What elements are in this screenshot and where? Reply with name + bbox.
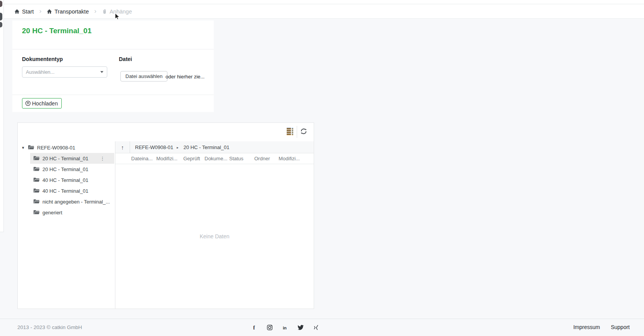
empty-state-text: Keine Daten <box>199 233 229 239</box>
path-segment[interactable]: REFE-W0908-01 <box>135 144 173 150</box>
twitter-icon[interactable] <box>297 324 304 331</box>
path-segment[interactable]: 20 HC - Terminal_01 <box>184 144 230 150</box>
chevron-right-icon: › <box>94 8 96 15</box>
select-placeholder: Auswählen... <box>26 69 54 75</box>
tree-item-label: nicht angegeben - Terminal_... <box>42 199 110 205</box>
tree-item[interactable]: 20 HC - Terminal_01 ⋮ <box>30 153 114 164</box>
divider <box>12 49 214 49</box>
page-title: 20 HC - Terminal_01 <box>22 27 91 35</box>
column-header[interactable]: Ordner <box>254 156 279 161</box>
details-view-icon[interactable] <box>287 128 293 135</box>
breadcrumb: Start › Transportakte › Anhänge <box>4 4 644 19</box>
up-directory-button[interactable]: ↑ <box>115 141 130 153</box>
column-header[interactable]: Modifizi... <box>156 156 183 161</box>
upload-button-label: Hochladen <box>32 100 58 107</box>
path-separator-icon: ▸ <box>177 145 179 149</box>
svg-text:f: f <box>253 325 255 331</box>
file-browser: ▾ REFE-W0908-01 20 HC - Terminal_01 ⋮ 20… <box>17 122 314 309</box>
chevron-down-icon <box>100 71 103 73</box>
edge-artifact-icon <box>0 13 2 20</box>
xing-icon[interactable] <box>313 324 319 331</box>
choose-file-button[interactable]: Datei auswählen <box>120 71 167 81</box>
column-header[interactable]: Dateina... <box>131 156 156 161</box>
copyright-text: 2013 - 2023 © catkin GmbH <box>17 324 82 330</box>
file-list-pane: ↑ REFE-W0908-01 ▸ 20 HC - Terminal_01 Da… <box>115 141 314 309</box>
upload-icon <box>25 100 31 106</box>
upload-card: 20 HC - Terminal_01 Dokumententyp Auswäh… <box>12 20 214 112</box>
tree-item[interactable]: nicht angegeben - Terminal_... <box>30 196 114 207</box>
toolbar-divider <box>297 126 297 138</box>
breadcrumb-item-transportakte[interactable]: Transportakte <box>47 8 89 15</box>
linkedin-icon[interactable]: in <box>282 324 288 331</box>
edge-artifact-icon <box>0 1 2 7</box>
folder-icon <box>33 166 40 172</box>
file-path-bar: ↑ REFE-W0908-01 ▸ 20 HC - Terminal_01 <box>115 141 314 153</box>
upload-button[interactable]: Hochladen <box>22 98 62 109</box>
folder-icon <box>33 199 40 204</box>
tree-item[interactable]: 40 HC - Terminal_01 <box>30 175 114 185</box>
breadcrumb-item-start[interactable]: Start <box>14 8 34 15</box>
divider <box>12 95 214 95</box>
support-link[interactable]: Support <box>611 324 630 330</box>
facebook-icon[interactable]: f <box>251 324 257 331</box>
social-links: f in <box>251 324 319 331</box>
file-label: Datei <box>119 56 132 62</box>
tree-item-root[interactable]: ▾ REFE-W0908-01 <box>18 142 115 153</box>
file-browser-toolbar <box>18 123 314 141</box>
paperclip-icon <box>102 9 107 14</box>
tree-item-label: 40 HC - Terminal_01 <box>42 188 88 194</box>
document-type-select[interactable]: Auswählen... <box>22 66 107 78</box>
document-type-label: Dokumententyp <box>22 56 63 62</box>
impressum-link[interactable]: Impressum <box>573 324 600 330</box>
home-icon <box>14 9 20 14</box>
chevron-right-icon: › <box>39 8 42 15</box>
folder-icon <box>28 145 34 150</box>
column-header[interactable]: Geprüft <box>183 156 205 161</box>
folder-icon <box>33 156 40 161</box>
folder-icon <box>33 210 40 215</box>
breadcrumb-label: Anhänge <box>110 8 132 15</box>
up-arrow-icon: ↑ <box>121 144 124 151</box>
mouse-cursor-icon <box>114 13 120 20</box>
folder-tree: ▾ REFE-W0908-01 20 HC - Terminal_01 ⋮ 20… <box>18 142 115 309</box>
column-header[interactable]: Dokume... <box>205 156 229 161</box>
edge-artifact-icon <box>0 22 2 27</box>
home-icon <box>47 9 52 14</box>
kebab-menu-icon[interactable]: ⋮ <box>100 156 114 161</box>
breadcrumb-label: Transportakte <box>54 8 89 15</box>
instagram-icon[interactable] <box>266 324 273 331</box>
app-root: Start › Transportakte › Anhänge 20 HC - … <box>0 0 644 336</box>
tree-item-label: 20 HC - Terminal_01 <box>42 156 88 161</box>
left-edge-strip <box>0 0 4 232</box>
footer: 2013 - 2023 © catkin GmbH f in <box>0 319 644 336</box>
caret-down-icon[interactable]: ▾ <box>22 145 28 150</box>
file-table-header: Dateina... Modifizi... Geprüft Dokume...… <box>115 153 314 164</box>
tree-item-label: REFE-W0908-01 <box>37 145 75 151</box>
tree-item-label: 40 HC - Terminal_01 <box>42 177 88 183</box>
svg-text:in: in <box>283 325 287 330</box>
refresh-icon[interactable] <box>300 127 308 135</box>
tree-item-label: generiert <box>42 210 62 216</box>
column-header[interactable]: Modifizi... <box>279 156 314 161</box>
tree-item[interactable]: generiert <box>30 207 114 218</box>
tree-item[interactable]: 40 HC - Terminal_01 <box>30 185 114 196</box>
footer-links: Impressum Support <box>573 324 630 330</box>
empty-state: Keine Daten <box>115 164 314 309</box>
column-header[interactable]: Status <box>229 156 254 161</box>
drop-hint-text: oder hierher zie... <box>166 74 205 80</box>
folder-icon <box>33 177 40 183</box>
tree-item-label: 20 HC - Terminal_01 <box>42 166 88 172</box>
tree-item[interactable]: 20 HC - Terminal_01 <box>30 164 114 175</box>
folder-icon <box>33 188 40 193</box>
breadcrumb-label: Start <box>22 8 34 15</box>
